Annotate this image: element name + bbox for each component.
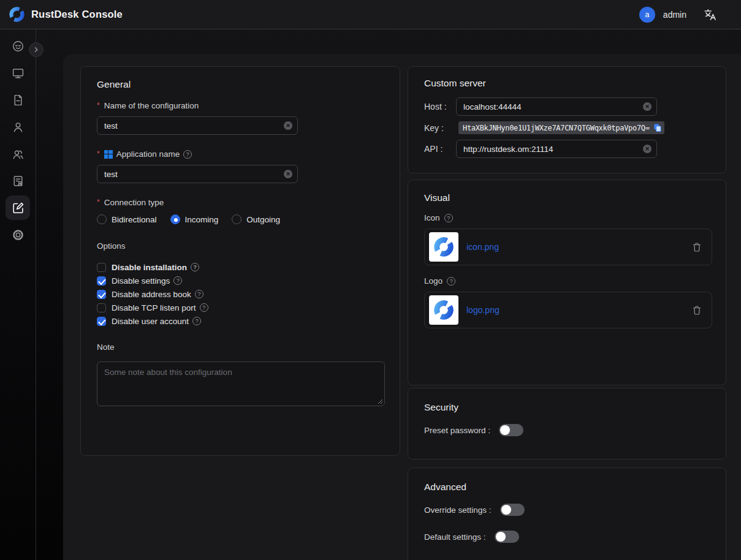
help-icon[interactable]: ? (200, 303, 208, 312)
custom-server-card: Custom server Host : ✕ Key : HtaXBkJNHyn… (408, 66, 726, 173)
custom-server-title: Custom server (424, 78, 710, 89)
visual-card: Visual Icon ? icon.png Logo ? (408, 180, 726, 385)
advanced-card: Advanced Override settings : Default set… (408, 467, 726, 560)
smiley-icon (12, 40, 25, 53)
radio-dot (97, 214, 107, 224)
option-disable-user-account: Disable user account ? (97, 314, 384, 328)
radio-outgoing[interactable]: Outgoing (232, 214, 280, 224)
help-icon[interactable]: ? (192, 317, 201, 325)
clear-icon[interactable]: ✕ (284, 170, 292, 178)
users-icon (12, 148, 25, 161)
note-label: Note (97, 342, 384, 352)
logo-file-link[interactable]: logo.png (466, 305, 500, 315)
default-settings-label: Default settings : (424, 532, 486, 542)
monitor-icon (12, 67, 25, 80)
note-field (97, 361, 385, 406)
help-icon[interactable]: ? (447, 277, 455, 286)
clear-icon[interactable]: ✕ (643, 102, 652, 111)
note-textarea[interactable] (97, 361, 385, 406)
key-value-chip: HtaXBkJNHyn0e1U1jWXze7A7CN7QTGWqxk0tpaVp… (458, 121, 664, 134)
general-card: General * Name of the configuration ✕ * … (80, 66, 400, 456)
trash-icon[interactable] (692, 305, 702, 316)
edit-square-icon (12, 202, 25, 214)
sidebar (0, 29, 36, 560)
override-settings-toggle[interactable] (500, 504, 525, 516)
sidebar-item-users[interactable] (6, 115, 30, 139)
preset-password-toggle[interactable] (499, 424, 523, 436)
trash-icon[interactable] (692, 242, 702, 252)
sidebar-item-devices[interactable] (6, 61, 30, 85)
translate-icon[interactable] (703, 8, 716, 21)
checkbox[interactable] (97, 290, 106, 299)
api-field: ✕ (456, 140, 657, 158)
connection-type-label: * Connection type (97, 198, 384, 207)
checkbox[interactable] (97, 276, 106, 286)
api-input[interactable] (456, 140, 657, 158)
visual-title: Visual (424, 192, 710, 203)
document-icon (12, 94, 25, 107)
option-disable-address-book: Disable address book ? (97, 287, 384, 301)
security-card: Security Preset password : (408, 388, 726, 460)
override-settings-row: Override settings : (424, 504, 710, 516)
sidebar-item-audit-log[interactable] (6, 168, 30, 193)
required-asterisk: * (97, 149, 100, 158)
preset-password-label: Preset password : (424, 426, 490, 435)
sidebar-item-audit[interactable] (6, 88, 30, 112)
sidebar-item-settings[interactable] (6, 222, 30, 247)
config-name-field: ✕ (97, 116, 298, 135)
option-disable-tcp-listen-port: Disable TCP listen port ? (97, 301, 384, 314)
host-field: ✕ (456, 97, 657, 116)
api-label: API : (424, 144, 456, 154)
checkbox[interactable] (97, 303, 106, 312)
application-name-input[interactable] (97, 165, 298, 183)
general-title: General (97, 79, 384, 90)
checkbox[interactable] (97, 317, 106, 326)
key-value: HtaXBkJNHyn0e1U1jWXze7A7CN7QTGWqxk0tpaVp… (463, 124, 650, 132)
api-row: API : ✕ (424, 140, 710, 158)
host-input[interactable] (456, 97, 657, 116)
logo-thumbnail (429, 295, 458, 325)
sidebar-expand-button[interactable] (29, 42, 44, 57)
help-icon[interactable]: ? (195, 290, 203, 298)
brand: RustDesk Console (9, 6, 123, 23)
option-disable-installation: Disable installation ? (97, 260, 384, 274)
help-icon[interactable]: ? (173, 276, 182, 285)
host-row: Host : ✕ (424, 97, 710, 116)
radio-incoming[interactable]: Incoming (170, 214, 219, 224)
help-icon[interactable]: ? (444, 214, 453, 222)
override-settings-label: Override settings : (424, 505, 492, 515)
rustdesk-logo-icon (433, 299, 455, 321)
icon-file-box: icon.png (424, 229, 712, 265)
icon-file-link[interactable]: icon.png (466, 242, 499, 252)
workspace: General * Name of the configuration ✕ * … (0, 29, 741, 560)
options-group: Disable installation ? Disable settings … (97, 260, 384, 328)
clear-icon[interactable]: ✕ (284, 121, 292, 130)
logo-file-box: logo.png (424, 292, 712, 328)
gear-icon (12, 229, 25, 241)
radio-bidirectional[interactable]: Bidirectional (97, 214, 157, 224)
user-icon (12, 121, 25, 134)
rustdesk-logo-icon (9, 6, 25, 23)
top-bar: RustDesk Console a admin (0, 0, 741, 29)
preset-password-row: Preset password : (424, 424, 710, 436)
copy-icon[interactable] (653, 123, 662, 132)
help-icon[interactable]: ? (183, 150, 192, 159)
radio-dot (170, 214, 180, 224)
radio-dot (232, 214, 241, 224)
avatar[interactable]: a (639, 7, 655, 23)
host-label: Host : (424, 102, 456, 112)
clear-icon[interactable]: ✕ (643, 145, 652, 153)
checkbox[interactable] (97, 263, 106, 272)
required-asterisk: * (97, 198, 100, 206)
sidebar-item-dashboard[interactable] (6, 34, 30, 58)
rustdesk-logo-icon (433, 236, 455, 258)
default-settings-toggle[interactable] (495, 531, 519, 543)
username[interactable]: admin (663, 10, 686, 20)
config-name-input[interactable] (97, 116, 298, 135)
option-disable-settings: Disable settings ? (97, 274, 384, 287)
help-icon[interactable]: ? (191, 263, 199, 271)
sidebar-item-custom-clients[interactable] (6, 195, 30, 220)
default-settings-row: Default settings : (424, 531, 710, 543)
advanced-title: Advanced (424, 482, 710, 493)
sidebar-item-groups[interactable] (6, 142, 30, 166)
